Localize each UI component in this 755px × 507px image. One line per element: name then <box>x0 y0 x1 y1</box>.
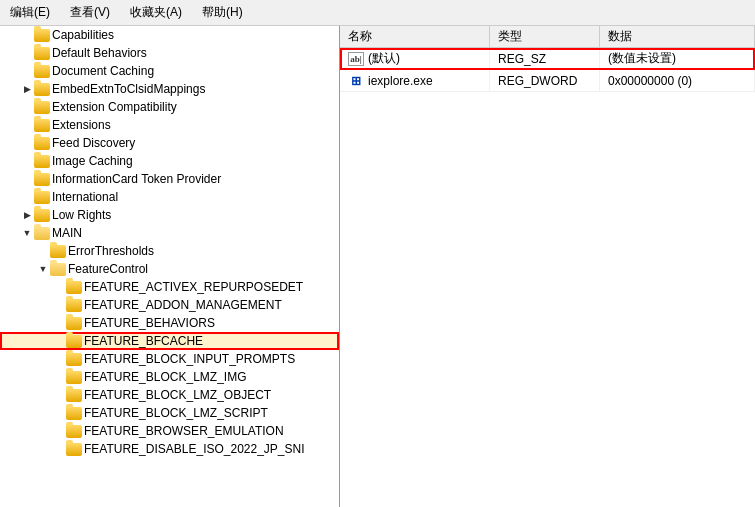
table-row[interactable]: ab|(默认)REG_SZ(数值未设置) <box>340 48 755 70</box>
expand-arrow[interactable]: ▼ <box>20 226 34 240</box>
expand-arrow[interactable] <box>20 46 34 60</box>
tree-item-label: Default Behaviors <box>52 46 147 60</box>
tree-item-feat-browser-emul[interactable]: FEATURE_BROWSER_EMULATION <box>0 422 339 440</box>
expand-arrow[interactable] <box>20 154 34 168</box>
tree-item-low-rights[interactable]: ▶Low Rights <box>0 206 339 224</box>
tree-item-feat-disable-iso[interactable]: FEATURE_DISABLE_ISO_2022_JP_SNI <box>0 440 339 458</box>
folder-icon <box>34 81 50 97</box>
tree-item-label: FEATURE_BROWSER_EMULATION <box>84 424 284 438</box>
table-row[interactable]: ⊞iexplore.exeREG_DWORD0x00000000 (0) <box>340 70 755 92</box>
tree-item-feat-behaviors[interactable]: FEATURE_BEHAVIORS <box>0 314 339 332</box>
tree-item-label: FEATURE_DISABLE_ISO_2022_JP_SNI <box>84 442 305 456</box>
folder-icon <box>34 99 50 115</box>
expand-arrow[interactable] <box>36 244 50 258</box>
folder-icon <box>66 297 82 313</box>
tree-item-feat-block-script[interactable]: FEATURE_BLOCK_LMZ_SCRIPT <box>0 404 339 422</box>
folder-icon <box>34 117 50 133</box>
tree-item-error-thresholds[interactable]: ErrorThresholds <box>0 242 339 260</box>
menu-view[interactable]: 查看(V) <box>64 2 116 23</box>
ab-icon: ab| <box>348 52 364 66</box>
tree-item-label: FEATURE_BLOCK_LMZ_SCRIPT <box>84 406 268 420</box>
expand-arrow[interactable]: ▶ <box>20 208 34 222</box>
folder-icon <box>34 135 50 151</box>
expand-arrow[interactable] <box>52 316 66 330</box>
expand-arrow[interactable]: ▶ <box>20 82 34 96</box>
tree-item-feat-block-img[interactable]: FEATURE_BLOCK_LMZ_IMG <box>0 368 339 386</box>
tree-item-default-behaviors[interactable]: Default Behaviors <box>0 44 339 62</box>
tree-item-label: FEATURE_ADDON_MANAGEMENT <box>84 298 282 312</box>
tree-item-label: FEATURE_BFCACHE <box>84 334 203 348</box>
tree-item-main[interactable]: ▼MAIN <box>0 224 339 242</box>
col-header-data: 数据 <box>600 26 755 47</box>
expand-arrow[interactable] <box>52 334 66 348</box>
tree-item-label: FEATURE_ACTIVEX_REPURPOSEDET <box>84 280 303 294</box>
menu-help[interactable]: 帮助(H) <box>196 2 249 23</box>
expand-arrow[interactable] <box>52 442 66 456</box>
tree-item-feat-block-object[interactable]: FEATURE_BLOCK_LMZ_OBJECT <box>0 386 339 404</box>
expand-arrow[interactable] <box>52 424 66 438</box>
tree-item-label: FEATURE_BEHAVIORS <box>84 316 215 330</box>
expand-arrow[interactable] <box>52 406 66 420</box>
folder-icon <box>66 405 82 421</box>
menu-favorites[interactable]: 收藏夹(A) <box>124 2 188 23</box>
tree-item-label: FeatureControl <box>68 262 148 276</box>
folder-icon <box>50 261 66 277</box>
folder-icon <box>34 207 50 223</box>
tree-item-label: MAIN <box>52 226 82 240</box>
folder-icon <box>66 387 82 403</box>
tree-item-label: ErrorThresholds <box>68 244 154 258</box>
tree-item-label: InformationCard Token Provider <box>52 172 221 186</box>
tree-item-feed-discovery[interactable]: Feed Discovery <box>0 134 339 152</box>
tree-item-feat-bfcache[interactable]: FEATURE_BFCACHE <box>0 332 339 350</box>
expand-arrow[interactable] <box>52 352 66 366</box>
col-header-name: 名称 <box>340 26 490 47</box>
cell-data: 0x00000000 (0) <box>600 70 755 91</box>
expand-arrow[interactable] <box>20 118 34 132</box>
tree-item-label: Extension Compatibility <box>52 100 177 114</box>
expand-arrow[interactable] <box>20 136 34 150</box>
expand-arrow[interactable] <box>52 388 66 402</box>
folder-icon <box>66 369 82 385</box>
table-header: 名称 类型 数据 <box>340 26 755 48</box>
expand-arrow[interactable] <box>20 190 34 204</box>
folder-icon <box>66 423 82 439</box>
expand-arrow[interactable] <box>20 64 34 78</box>
expand-arrow[interactable]: ▼ <box>36 262 50 276</box>
tree-item-extensions[interactable]: Extensions <box>0 116 339 134</box>
expand-arrow[interactable] <box>52 280 66 294</box>
tree-item-embed-extn[interactable]: ▶EmbedExtnToClsidMappings <box>0 80 339 98</box>
table-body: ab|(默认)REG_SZ(数值未设置)⊞iexplore.exeREG_DWO… <box>340 48 755 507</box>
cell-name: ab|(默认) <box>340 48 490 69</box>
tree-item-feat-block-input[interactable]: FEATURE_BLOCK_INPUT_PROMPTS <box>0 350 339 368</box>
expand-arrow[interactable] <box>52 370 66 384</box>
cell-data: (数值未设置) <box>600 48 755 69</box>
folder-icon <box>34 225 50 241</box>
cell-name: ⊞iexplore.exe <box>340 70 490 91</box>
tree-item-capabilities[interactable]: Capabilities <box>0 26 339 44</box>
tree-item-label: FEATURE_BLOCK_INPUT_PROMPTS <box>84 352 295 366</box>
tree-item-label: Image Caching <box>52 154 133 168</box>
tree-item-document-caching[interactable]: Document Caching <box>0 62 339 80</box>
cell-type: REG_DWORD <box>490 70 600 91</box>
menu-edit[interactable]: 编辑(E) <box>4 2 56 23</box>
main-area: CapabilitiesDefault BehaviorsDocument Ca… <box>0 26 755 507</box>
tree-item-infocard[interactable]: InformationCard Token Provider <box>0 170 339 188</box>
expand-arrow[interactable] <box>20 100 34 114</box>
tree-item-feat-addon[interactable]: FEATURE_ADDON_MANAGEMENT <box>0 296 339 314</box>
expand-arrow[interactable] <box>52 298 66 312</box>
folder-icon <box>66 333 82 349</box>
tree-item-international[interactable]: International <box>0 188 339 206</box>
folder-icon <box>34 153 50 169</box>
cell-type: REG_SZ <box>490 48 600 69</box>
tree-item-feature-control[interactable]: ▼FeatureControl <box>0 260 339 278</box>
tree-item-label: FEATURE_BLOCK_LMZ_OBJECT <box>84 388 271 402</box>
tree-item-feat-activex[interactable]: FEATURE_ACTIVEX_REPURPOSEDET <box>0 278 339 296</box>
tree-item-label: Capabilities <box>52 28 114 42</box>
registry-tree[interactable]: CapabilitiesDefault BehaviorsDocument Ca… <box>0 26 340 507</box>
tree-item-extension-compatibility[interactable]: Extension Compatibility <box>0 98 339 116</box>
expand-arrow[interactable] <box>20 28 34 42</box>
folder-icon <box>66 351 82 367</box>
tree-item-image-caching[interactable]: Image Caching <box>0 152 339 170</box>
folder-icon <box>50 243 66 259</box>
expand-arrow[interactable] <box>20 172 34 186</box>
